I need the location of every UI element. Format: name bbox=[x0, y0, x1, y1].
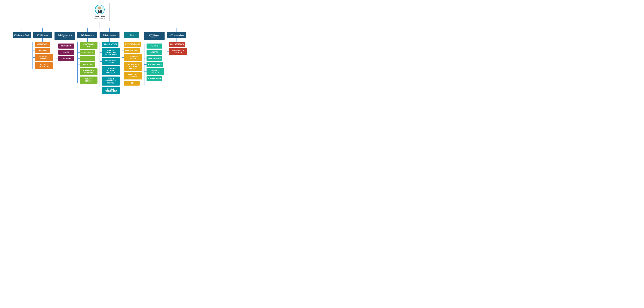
svp-node-2[interactable]: SVP, Finance bbox=[33, 32, 52, 38]
dept-vlist-vline-2 bbox=[32, 42, 33, 69]
dept-it[interactable]: IT bbox=[80, 56, 95, 61]
dept-training[interactable]: TRAINING & EDN bbox=[146, 76, 162, 81]
dept-conn-training: TRAINING & EDN bbox=[144, 76, 164, 81]
svp4-vline-down bbox=[87, 38, 88, 42]
dept-ambulance[interactable]: AMBULANCE SERVICES bbox=[124, 72, 142, 79]
dept-compensation[interactable]: COMPENSATION bbox=[146, 56, 162, 61]
dept-vlist-svp6: OUTPATIENT CARE IN-PATIENT CARE CONSULTA… bbox=[122, 42, 142, 87]
root-title: Senior Manager bbox=[93, 18, 107, 19]
dept-pr-comm[interactable]: PR & COMM bbox=[58, 56, 74, 61]
svg-rect-3 bbox=[100, 10, 100, 11]
dept-conn-sanitoriums: SANITORIUMS & WELLNESS CENTERS bbox=[122, 62, 142, 71]
dept-items-svp2: ACCOUNTANTS THEASURY ECONOMIC ANALYSIS bbox=[33, 42, 52, 69]
svp-col-3: SVP, Marketing & Sales MARKETING SALES bbox=[54, 28, 76, 64]
svp7-vline-up bbox=[154, 28, 154, 32]
dept-admin-affairs[interactable]: ADMIN AFFAIRS bbox=[80, 62, 95, 67]
svp-node-1[interactable]: SVP, Internal Audit bbox=[13, 32, 31, 38]
svp-node-7[interactable]: SVP, Human Resources bbox=[144, 32, 164, 40]
dept-conn-budget: BUDGET & CONTROLLING bbox=[33, 62, 52, 69]
dept-patient[interactable]: PATIENT GRIEVANCE & SERVICE bbox=[102, 77, 120, 86]
dept-risk[interactable]: RISK MANAGMENT bbox=[146, 62, 163, 67]
svp-row-container: SVP, Internal Audit SVP, Finance ACCOUNT… bbox=[12, 28, 188, 94]
dept-conn-agreements: AGREEMENTS & DISPUTES bbox=[167, 48, 187, 55]
dept-items-svp3: MARKETING SALES PR & COMM bbox=[56, 44, 74, 64]
svp5-vline-up bbox=[110, 28, 110, 32]
dept-vlist-svp8: CORPORATE LAW AGREEMENTS & DISPUTES bbox=[166, 42, 187, 56]
dept-staffing[interactable]: STAFFING bbox=[146, 44, 162, 49]
dept-hline-marketing bbox=[56, 46, 58, 46]
dept-conn-inpatient: IN-PATIENT CARE bbox=[122, 48, 142, 53]
dept-budget-controlling[interactable]: BUDGET & CONTROLLING bbox=[35, 62, 52, 69]
person-card-root: Mark Davis Senior Manager bbox=[90, 3, 110, 21]
dept-accountants[interactable]: ACCOUNTANTS bbox=[35, 42, 50, 47]
dept-security[interactable]: SECURITY SERVICES bbox=[80, 77, 98, 83]
dept-vlist-vline-3 bbox=[56, 44, 56, 64]
dept-hline-admin bbox=[78, 65, 80, 65]
dept-agreements[interactable]: AGREEMENTS & DISPUTES bbox=[169, 48, 187, 55]
dept-strategy-ma[interactable]: STRATEGY AND M&A bbox=[80, 42, 98, 49]
root-node: Mark Davis Senior Manager bbox=[90, 3, 110, 28]
dept-inpatient[interactable]: IN-PATIENT CARE bbox=[124, 48, 140, 53]
dept-items-svp8: CORPORATE LAW AGREEMENTS & DISPUTES bbox=[167, 42, 187, 56]
dept-hline-security bbox=[78, 80, 80, 80]
dept-conn-outpatient: OUTPATIENT CARE bbox=[122, 42, 142, 47]
dept-marketing[interactable]: MARKETING bbox=[58, 44, 74, 49]
dept-vlist-svp4: STRATEGY AND M&A PROCUREMENT IT ADM bbox=[78, 42, 98, 84]
svp-col-4: SVP, Operations STRATEGY AND M&A PROCURE… bbox=[76, 28, 98, 84]
dept-conn-strategy: STRATEGY AND M&A bbox=[78, 42, 98, 49]
dept-ksm[interactable]: KSM bbox=[124, 81, 140, 86]
dept-items-svp6: OUTPATIENT CARE IN-PATIENT CARE CONSULTA… bbox=[122, 42, 142, 87]
dept-sanitoriums[interactable]: SANITORIUMS & WELLNESS CENTERS bbox=[124, 62, 142, 71]
dept-conn-ambulance: AMBULANCE SERVICES bbox=[122, 72, 142, 79]
dept-hline-sales bbox=[56, 52, 58, 52]
dept-conn-ksm: KSM bbox=[122, 81, 142, 86]
dept-conn-admin: ADMIN AFFAIRS bbox=[78, 62, 98, 67]
dept-hline-agreements bbox=[167, 51, 169, 52]
dept-economic-analysis[interactable]: ECONOMIC ANALYSIS bbox=[35, 54, 52, 61]
dept-hline-intl bbox=[100, 61, 102, 62]
svp-node-5[interactable]: SVP, Operations bbox=[100, 32, 120, 38]
dept-benefits[interactable]: BENEFITS bbox=[146, 50, 162, 55]
svp-node-8[interactable]: SVP, Legal Affairs bbox=[167, 32, 186, 38]
dept-conn-intl: INTERNATIONAL AFFAIRS bbox=[100, 58, 120, 65]
dept-hline-training bbox=[144, 79, 146, 79]
dept-hline-consultant bbox=[122, 57, 124, 58]
dept-international[interactable]: INTERNATIONAL AFFAIRS bbox=[102, 58, 120, 65]
dept-hline-sanitoriums bbox=[122, 67, 124, 67]
svp-col-2: SVP, Finance ACCOUNTANTS THEASURY bbox=[32, 28, 54, 69]
svp8-vline-down bbox=[176, 38, 177, 42]
dept-medical-procurement[interactable]: MEDICAL PROCUREMENT bbox=[102, 87, 120, 94]
dept-conn-procurement: PROCUREMENT bbox=[78, 50, 98, 55]
dept-hline-transport bbox=[78, 72, 80, 72]
dept-sales[interactable]: SALES bbox=[58, 50, 74, 55]
dept-transport[interactable]: TRANSPORT & LOGISTICS bbox=[80, 68, 98, 75]
org-chart-wrapper: Mark Davis Senior Manager SVP, Internal … bbox=[0, 0, 644, 97]
dept-hline-strategy bbox=[78, 45, 80, 45]
dept-corporate-law[interactable]: CORPORATE LAW bbox=[169, 42, 185, 47]
dept-procurement[interactable]: PROCUREMENT bbox=[80, 50, 95, 55]
dept-conn-theasury: THEASURY bbox=[33, 48, 52, 53]
dept-outpatient[interactable]: OUTPATIENT CARE bbox=[124, 42, 141, 47]
dept-theasury[interactable]: THEASURY bbox=[35, 48, 50, 53]
dept-nursing[interactable]: NURSING AFFAIRS bbox=[102, 42, 118, 47]
svp2-vline-down bbox=[42, 38, 43, 42]
svg-point-0 bbox=[98, 7, 101, 10]
dept-conn-pr: PR & COMM bbox=[56, 56, 74, 61]
dept-conn-compensation: COMPENSATION bbox=[144, 56, 164, 61]
dept-vlist-svp3: MARKETING SALES PR & COMM bbox=[56, 44, 74, 64]
dept-consultant-board[interactable]: CONSULTANT BOARD bbox=[124, 54, 142, 61]
svp3-vline-up bbox=[65, 28, 65, 32]
dept-quality[interactable]: QUALITY STANDARDS & MEDICAL AUDIT bbox=[102, 48, 120, 57]
dept-cme[interactable]: CONTINUING MEDICAL EDUCATION bbox=[102, 66, 120, 75]
dept-hline-outpatient bbox=[122, 44, 124, 44]
svp-node-3[interactable]: SVP, Marketing & Sales bbox=[54, 32, 75, 40]
dept-hline-nursing bbox=[100, 44, 102, 44]
dept-vlist-vline-8 bbox=[166, 42, 167, 56]
dept-conn-marketing: MARKETING bbox=[56, 44, 74, 49]
dept-employee-relation[interactable]: EMPLOYEE RELATION bbox=[146, 68, 164, 75]
svp-node-6[interactable]: CMO bbox=[124, 32, 139, 38]
dept-vlist-vline-4 bbox=[78, 42, 78, 83]
svp6-vline-down bbox=[132, 38, 132, 42]
dept-items-svp4: STRATEGY AND M&A PROCUREMENT IT ADM bbox=[78, 42, 98, 84]
svp-node-4[interactable]: SVP, Operations bbox=[78, 32, 97, 38]
